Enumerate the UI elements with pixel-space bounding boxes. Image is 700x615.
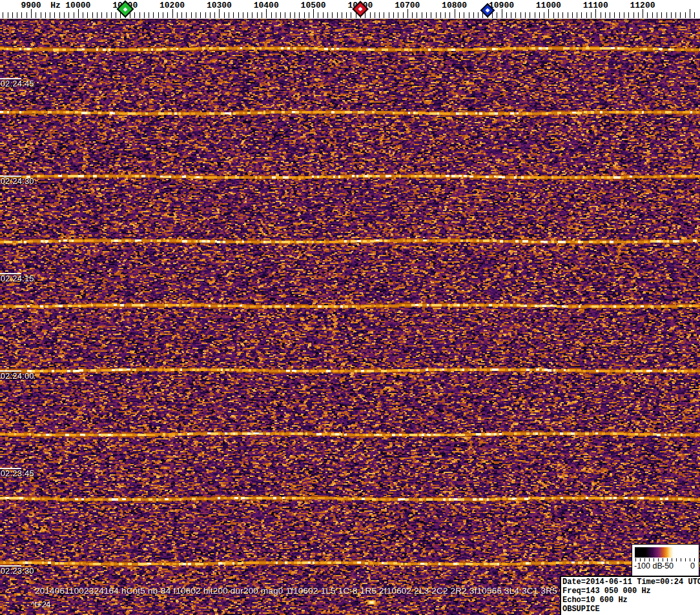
footnote-t24: ^t+24 [31, 600, 51, 609]
legend-tick [685, 558, 686, 561]
time-label-text: 02:24:15 [0, 274, 34, 283]
ruler-tick [332, 12, 333, 18]
marker-green-pip [123, 6, 127, 11]
info-box-line: OBSUPICE [562, 605, 699, 614]
ruler-tick [431, 12, 431, 18]
ruler-tick [87, 12, 88, 18]
ruler-tick [41, 12, 41, 18]
ruler-tick [346, 12, 347, 18]
ruler-tick [64, 12, 65, 18]
ruler-tick [257, 12, 258, 18]
ruler-tick [97, 12, 98, 18]
ruler-tick [17, 12, 17, 18]
ruler-tick [337, 12, 338, 18]
ruler-tick [469, 12, 469, 18]
ruler-tick [572, 12, 573, 18]
info-box: Date=2014-06-11 Time=00:24 UTCFreq=143 0… [560, 576, 700, 615]
ruler-tick [205, 12, 206, 18]
ruler-tick [186, 12, 187, 18]
ruler-tick [285, 12, 285, 18]
ruler-tick [562, 12, 563, 18]
ruler-tick [624, 12, 624, 18]
ruler-tick [351, 12, 351, 18]
ruler-tick [8, 12, 8, 18]
ruler-tick [12, 12, 13, 18]
ruler-tick [417, 12, 417, 18]
time-label-text: 02:24:00 [0, 372, 34, 381]
legend-db-label: -50 [662, 561, 674, 570]
color-scale-legend: -100 dB-500 [632, 544, 699, 576]
ruler-tick [342, 12, 342, 18]
ruler-tick [196, 12, 196, 18]
time-label: 02:24:00 [0, 370, 34, 381]
ruler-tick [520, 12, 521, 18]
ruler-tick [50, 12, 50, 18]
time-label: 02:23:30 [0, 565, 34, 576]
ruler-tick [31, 9, 32, 18]
marker-red-pip [358, 6, 362, 11]
ruler-tick [375, 12, 375, 18]
ruler-tick [610, 12, 610, 18]
ruler-tick [586, 12, 587, 18]
frequency-label: 10700 [395, 1, 420, 10]
time-label: 02:24:15 [0, 273, 34, 283]
time-label-text: 02:24:30 [0, 177, 34, 186]
frequency-label: 11000 [536, 1, 561, 10]
ruler-tick [214, 12, 215, 18]
ruler-tick [116, 12, 116, 18]
ruler-tick [694, 12, 695, 18]
ruler-tick [59, 12, 60, 18]
ruler-tick [473, 12, 474, 18]
ruler-tick [177, 12, 178, 18]
ruler-tick [318, 12, 318, 18]
ruler-tick [661, 12, 662, 18]
ruler-tick [628, 12, 629, 18]
ruler-tick [200, 12, 201, 18]
ruler-tick [384, 12, 384, 18]
ruler-tick [181, 12, 182, 18]
ruler-tick [153, 12, 154, 18]
ruler-tick [3, 12, 3, 18]
ruler-tick [426, 12, 427, 18]
ruler-tick [370, 12, 371, 18]
ruler-tick [313, 9, 314, 18]
ruler-tick [459, 12, 460, 18]
ruler-tick [440, 12, 441, 18]
ruler-tick [652, 12, 653, 18]
info-box-line: Date=2014-06-11 Time=00:24 UTC [562, 578, 699, 587]
ruler-tick [544, 12, 544, 18]
status-line: 20140611002324164 hCnt5 nb-84 f10602 hit… [35, 586, 557, 596]
ruler-tick [130, 12, 130, 18]
ruler-tick [149, 12, 149, 18]
ruler-tick [158, 12, 159, 18]
ruler-tick [422, 12, 422, 18]
legend-tick [676, 558, 677, 561]
ruler-tick [685, 12, 686, 18]
ruler-tick [210, 12, 211, 18]
ruler-tick [539, 12, 540, 18]
frequency-label: 10500 [301, 1, 326, 10]
ruler-tick [54, 12, 55, 18]
ruler-tick [172, 9, 173, 18]
time-label-text: 02:23:45 [0, 469, 34, 478]
ruler-tick [464, 12, 464, 18]
ruler-tick [657, 12, 657, 18]
ruler-tick [502, 9, 502, 18]
ruler-tick [379, 12, 380, 18]
ruler-tick [247, 12, 248, 18]
ruler-tick [290, 12, 291, 18]
meteor-observation-screen: Hz 9900100001010010200103001040010500106… [0, 0, 700, 615]
ruler-tick [643, 9, 643, 18]
marker-blue-pip [485, 8, 489, 12]
ruler-tick [92, 12, 93, 18]
ruler-tick [276, 12, 276, 18]
ruler-tick [568, 12, 568, 18]
ruler-tick [436, 12, 437, 18]
ruler-tick [492, 12, 493, 18]
frequency-label: 10300 [207, 1, 232, 10]
ruler-tick [389, 12, 389, 18]
ruler-tick [581, 12, 582, 18]
spectrogram-canvas [0, 19, 700, 615]
frequency-label: 9900 [21, 1, 41, 10]
color-gradient-bar [635, 547, 696, 558]
